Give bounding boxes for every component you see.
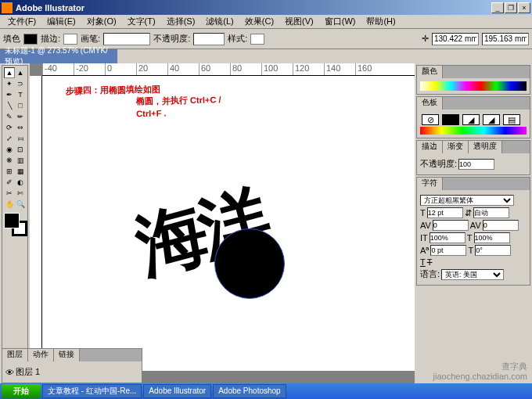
- swatch-item[interactable]: ◢: [462, 114, 480, 125]
- mesh-tool[interactable]: ⊞: [4, 166, 15, 177]
- direct-selection-tool[interactable]: ▲: [15, 67, 26, 78]
- shear-tool[interactable]: ⧦: [15, 133, 26, 144]
- stroke-swatch[interactable]: [63, 34, 77, 45]
- style-swatch[interactable]: [250, 34, 264, 45]
- taskbar-item[interactable]: 文章教程 - 红动中国-Re...: [42, 384, 142, 398]
- hscale-icon: T: [467, 233, 473, 243]
- close-button[interactable]: ×: [518, 2, 530, 13]
- baseline-input[interactable]: [430, 245, 466, 256]
- menu-object[interactable]: 对象(O): [82, 16, 121, 27]
- hand-tool[interactable]: ✋: [4, 199, 15, 210]
- brush-label: 画笔:: [81, 33, 100, 45]
- layers-tab[interactable]: 图层: [2, 349, 28, 361]
- layer-row[interactable]: 👁 图层 1: [5, 366, 138, 378]
- pen-tool[interactable]: ✒: [4, 89, 15, 100]
- opacity-input[interactable]: [193, 33, 225, 45]
- menu-view[interactable]: 视图(V): [280, 16, 318, 27]
- brush-input[interactable]: [103, 33, 150, 45]
- type-tool[interactable]: T: [15, 89, 26, 100]
- fill-swatch[interactable]: [23, 34, 38, 45]
- coord-y[interactable]: [482, 33, 529, 45]
- fill-stroke-control[interactable]: [4, 213, 27, 236]
- free-transform-tool[interactable]: ⊡: [15, 144, 26, 155]
- rectangle-tool[interactable]: □: [15, 100, 26, 111]
- menu-file[interactable]: 文件(F): [3, 16, 41, 27]
- blend-tool[interactable]: ◐: [15, 177, 26, 188]
- gradient-swatch[interactable]: [420, 127, 527, 135]
- hscale-input[interactable]: [474, 232, 510, 243]
- menu-edit[interactable]: 编辑(E): [42, 16, 81, 27]
- kerning-input[interactable]: [433, 220, 469, 231]
- line-tool[interactable]: ╲: [4, 100, 15, 111]
- leading-icon: ⇵: [465, 208, 472, 218]
- swatches-tab[interactable]: 色板: [417, 97, 443, 110]
- font-family-select[interactable]: 方正超粗黑繁体: [420, 195, 514, 206]
- pencil-tool[interactable]: ✏: [15, 111, 26, 122]
- zoom-tool[interactable]: 🔍: [15, 199, 26, 210]
- eyedropper-tool[interactable]: ✐: [4, 177, 15, 188]
- app-title: Adobe Illustrator: [16, 3, 491, 13]
- color-spectrum[interactable]: [420, 81, 527, 91]
- transparency-tab[interactable]: 透明度: [469, 141, 502, 153]
- taskbar-item[interactable]: Adobe Illustrator: [143, 384, 211, 398]
- links-tab[interactable]: 链接: [54, 349, 80, 361]
- menu-filter[interactable]: 滤镜(L): [201, 16, 238, 27]
- magic-wand-tool[interactable]: ✦: [4, 78, 15, 89]
- paintbrush-tool[interactable]: ✎: [4, 111, 15, 122]
- menu-window[interactable]: 窗口(W): [320, 16, 361, 27]
- panel-dock: 颜色 色板 ⊘ ● ◢ ◢ ▤ 描边 渐变 透明度: [415, 63, 532, 383]
- symbol-sprayer-tool[interactable]: ❋: [4, 155, 15, 166]
- annotation-handwriting: 步骤四：用椭圆填绘如图 椭圆，并执行 Ctrl+C / Ctrl+F .: [66, 82, 221, 121]
- menu-effect[interactable]: 效果(C): [240, 16, 279, 27]
- swatch-none[interactable]: ⊘: [422, 114, 439, 125]
- menu-type[interactable]: 文字(T): [123, 16, 160, 27]
- color-tab[interactable]: 颜色: [417, 66, 443, 78]
- scissors-tool[interactable]: ✄: [15, 188, 26, 199]
- gradient-tab[interactable]: 渐变: [443, 141, 469, 153]
- strikethrough-button[interactable]: T: [427, 257, 433, 267]
- start-button[interactable]: 开始: [2, 384, 41, 398]
- language-select[interactable]: 英语: 美国: [441, 269, 504, 280]
- swatch-item[interactable]: ●: [442, 114, 459, 125]
- stroke-panel: 描边 渐变 透明度 不透明度:: [416, 140, 530, 175]
- visibility-icon[interactable]: 👁: [5, 368, 14, 377]
- panel-opacity-label: 不透明度:: [420, 158, 457, 170]
- swatch-item[interactable]: ◢: [483, 114, 500, 125]
- actions-tab[interactable]: 动作: [28, 349, 54, 361]
- fill-box[interactable]: [4, 213, 20, 228]
- taskbar-item[interactable]: Adobe Photoshop: [213, 384, 286, 398]
- coord-x[interactable]: [432, 33, 479, 45]
- gradient-tool[interactable]: ▦: [15, 166, 26, 177]
- warp-tool[interactable]: ◉: [4, 144, 15, 155]
- document-tab[interactable]: 未标题-1 @ 273.57% (CMYK/预览): [0, 49, 117, 63]
- menu-help[interactable]: 帮助(H): [361, 16, 400, 27]
- graph-tool[interactable]: ▥: [15, 155, 26, 166]
- underline-button[interactable]: T: [420, 257, 426, 267]
- restore-button[interactable]: ❐: [505, 2, 517, 13]
- reflect-tool[interactable]: ⇔: [15, 122, 26, 133]
- character-tab[interactable]: 字符: [417, 178, 443, 190]
- panel-opacity-input[interactable]: [458, 159, 494, 170]
- font-size-input[interactable]: [427, 207, 463, 218]
- leading-input[interactable]: [473, 207, 509, 218]
- layer-name: 图层 1: [16, 366, 40, 378]
- watermark: 查字典 jiaocheng.chazidian.com: [433, 361, 527, 382]
- artwork-ellipse[interactable]: [214, 228, 285, 299]
- rotate-tool[interactable]: ⟳: [4, 122, 15, 133]
- rotation-input[interactable]: [475, 245, 511, 256]
- tracking-input[interactable]: [483, 220, 519, 231]
- stroke-tab[interactable]: 描边: [417, 141, 443, 153]
- lasso-tool[interactable]: ⊃: [15, 78, 26, 89]
- titlebar: Adobe Illustrator _ ❐ ×: [0, 0, 532, 15]
- slice-tool[interactable]: ✂: [4, 188, 15, 199]
- selection-tool[interactable]: ▲: [4, 67, 15, 78]
- scale-tool[interactable]: ⤢: [4, 133, 15, 144]
- minimize-button[interactable]: _: [491, 2, 504, 13]
- swatch-item[interactable]: ▤: [503, 114, 520, 125]
- tracking-icon: AV: [470, 221, 481, 230]
- canvas[interactable]: 步骤四：用椭圆填绘如图 椭圆，并执行 Ctrl+C / Ctrl+F . 海洋: [42, 76, 415, 371]
- menu-select[interactable]: 选择(S): [162, 16, 200, 27]
- taskbar: 开始 文章教程 - 红动中国-Re... Adobe Illustrator A…: [0, 383, 532, 399]
- swatches-panel: 色板 ⊘ ● ◢ ◢ ▤: [416, 96, 530, 138]
- vscale-input[interactable]: [430, 232, 466, 243]
